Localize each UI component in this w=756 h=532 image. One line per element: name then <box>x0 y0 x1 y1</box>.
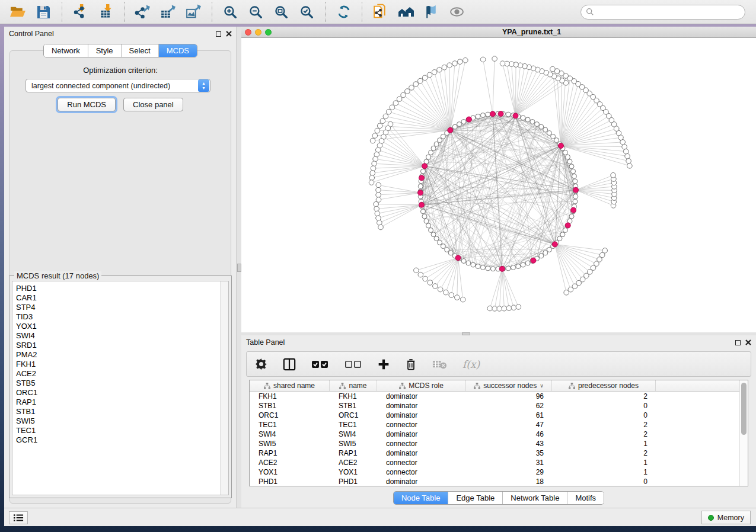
graph-node[interactable] <box>452 124 457 129</box>
graph-node[interactable] <box>480 57 486 62</box>
float-panel-icon[interactable] <box>216 31 221 37</box>
graph-node[interactable] <box>414 268 419 273</box>
graph-node[interactable] <box>426 223 431 228</box>
graph-node[interactable] <box>506 112 511 117</box>
close-panel-button[interactable]: Close panel <box>123 98 183 111</box>
graph-node[interactable] <box>429 150 433 155</box>
cell-successor-nodes[interactable]: 47 <box>466 421 552 429</box>
graph-node[interactable] <box>626 158 631 164</box>
home-icon[interactable] <box>393 2 419 22</box>
tab-mcds[interactable]: MCDS <box>158 44 197 57</box>
graph-node[interactable] <box>492 56 497 62</box>
open-folder-icon[interactable] <box>5 2 31 22</box>
cell-MCDS-role[interactable]: dominator <box>377 392 466 400</box>
cell-MCDS-role[interactable]: dominator <box>377 411 466 419</box>
graph-node[interactable] <box>419 202 424 207</box>
table-row[interactable]: FKH1FKH1dominator962 <box>250 392 739 401</box>
graph-node[interactable] <box>530 120 535 124</box>
cell-MCDS-role[interactable]: dominator <box>377 449 466 457</box>
zoom-out-icon[interactable] <box>243 2 269 22</box>
graph-node[interactable] <box>554 138 559 143</box>
cell-successor-nodes[interactable]: 62 <box>466 402 552 410</box>
function-builder-icon[interactable]: f(x) <box>462 358 480 370</box>
graph-node[interactable] <box>419 175 424 181</box>
graph-node[interactable] <box>543 251 548 255</box>
graph-node[interactable] <box>442 65 447 70</box>
cell-MCDS-role[interactable]: connector <box>377 468 466 476</box>
cell-successor-nodes[interactable]: 29 <box>466 468 552 476</box>
graph-node[interactable] <box>428 280 433 286</box>
graph-node[interactable] <box>466 261 471 265</box>
mcds-result-node[interactable]: CAR1 <box>16 293 221 303</box>
graph-node[interactable] <box>463 57 468 63</box>
graph-node[interactable] <box>455 255 461 261</box>
graph-node[interactable] <box>573 194 578 199</box>
graph-node[interactable] <box>401 92 406 98</box>
graph-node[interactable] <box>572 174 576 178</box>
graph-node[interactable] <box>371 166 376 171</box>
cell-shared-name[interactable]: ACE2 <box>250 459 330 467</box>
save-icon[interactable] <box>31 2 56 22</box>
graph-node[interactable] <box>492 306 497 312</box>
graph-node[interactable] <box>434 142 439 146</box>
graph-node[interactable] <box>466 117 471 122</box>
graph-node[interactable] <box>476 264 480 269</box>
cell-MCDS-role[interactable]: dominator <box>377 477 466 486</box>
table-row[interactable]: SWI4SWI4dominator462 <box>250 430 739 439</box>
cell-shared-name[interactable]: SWI4 <box>250 430 330 438</box>
graph-node[interactable] <box>431 146 436 150</box>
minimize-window-icon[interactable] <box>255 29 261 36</box>
graph-node[interactable] <box>599 252 605 258</box>
graph-node[interactable] <box>471 262 476 267</box>
cell-name[interactable]: TEC1 <box>330 421 377 429</box>
cell-MCDS-role[interactable]: dominator <box>377 402 466 410</box>
graph-node[interactable] <box>506 266 511 271</box>
graph-node[interactable] <box>449 293 454 298</box>
graph-node[interactable] <box>429 228 433 233</box>
graph-node[interactable] <box>393 101 398 106</box>
graph-node[interactable] <box>380 118 385 124</box>
graph-node[interactable] <box>521 116 525 120</box>
graph-node[interactable] <box>418 272 423 277</box>
graph-node[interactable] <box>622 144 627 149</box>
graph-node[interactable] <box>426 155 431 159</box>
settings-icon[interactable] <box>255 358 267 370</box>
graph-node[interactable] <box>486 112 490 117</box>
graph-node[interactable] <box>461 258 466 263</box>
graph-node[interactable] <box>376 182 381 188</box>
graph-node[interactable] <box>486 266 490 271</box>
graph-node[interactable] <box>427 72 432 78</box>
graph-node[interactable] <box>372 161 377 166</box>
graph-node[interactable] <box>476 114 480 118</box>
tab-edge-table[interactable]: Edge Table <box>448 492 502 504</box>
refresh-layout-icon[interactable] <box>331 2 356 22</box>
graph-node[interactable] <box>424 219 429 223</box>
graph-node[interactable] <box>571 169 576 174</box>
tab-node-table[interactable]: Node Table <box>394 492 448 504</box>
cell-predecessor-nodes[interactable]: 0 <box>552 411 656 419</box>
import-network-icon[interactable] <box>68 2 93 22</box>
network-window-titlebar[interactable]: YPA_prune.txt_1 <box>241 27 756 38</box>
graph-node[interactable] <box>375 128 380 133</box>
graph-node[interactable] <box>376 187 381 193</box>
tab-motifs[interactable]: Motifs <box>567 492 604 504</box>
cell-name[interactable]: SWI4 <box>330 430 377 438</box>
cell-predecessor-nodes[interactable]: 0 <box>552 402 656 410</box>
column-header-shared-name[interactable]: shared name <box>250 380 330 391</box>
column-header-successor-nodes[interactable]: successor nodes∨ <box>466 380 552 391</box>
graph-node[interactable] <box>452 61 458 66</box>
vertical-splitter-grip[interactable] <box>237 264 241 272</box>
graph-node[interactable] <box>457 122 462 127</box>
network-from-file-icon[interactable] <box>368 2 393 22</box>
graph-node[interactable] <box>611 172 616 178</box>
graph-node[interactable] <box>557 236 562 241</box>
graph-node[interactable] <box>550 66 556 72</box>
close-panel-icon[interactable] <box>226 31 232 37</box>
mcds-result-list[interactable]: PHD1CAR1STP4TID3YOX1SWI4SRD1PMA2FKH1ACE2… <box>12 281 221 495</box>
run-mcds-button[interactable]: Run MCDS <box>58 98 116 111</box>
table-row[interactable]: SWI5SWI5connector431 <box>250 439 739 448</box>
graph-node[interactable] <box>369 180 374 185</box>
hide-graphics-details-icon[interactable] <box>419 2 444 22</box>
show-panels-menu-button[interactable] <box>9 511 28 524</box>
graph-node[interactable] <box>431 232 436 237</box>
